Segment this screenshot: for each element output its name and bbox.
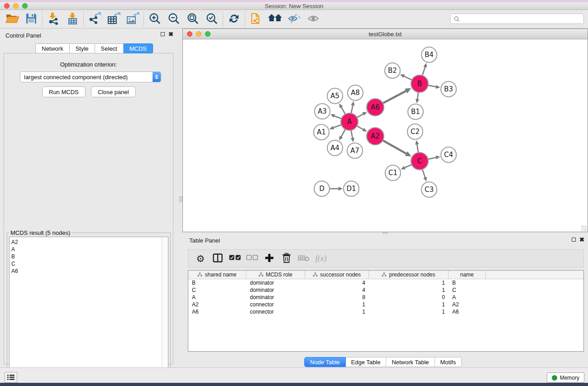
close-panel-icon[interactable]: ✖ <box>168 32 173 36</box>
resize-grip-icon[interactable] <box>581 225 587 231</box>
cell-successor-nodes[interactable]: 4 <box>305 287 369 293</box>
cell-shared-name[interactable]: B <box>188 280 246 286</box>
tab-select[interactable]: Select <box>95 43 124 53</box>
edge-A6-B[interactable] <box>382 91 406 104</box>
deselect-all-button[interactable] <box>244 251 261 266</box>
task-history-button[interactable] <box>5 372 17 383</box>
cell-predecessor-nodes[interactable]: 1 <box>369 287 449 293</box>
cell-name[interactable]: A <box>449 294 486 300</box>
close-table-panel-icon[interactable]: ✖ <box>579 238 584 242</box>
zoom-in-button[interactable] <box>145 11 164 27</box>
column-header-MCDS-role[interactable]: MCDS role <box>246 271 305 279</box>
add-column-button[interactable] <box>261 251 278 266</box>
column-header-name[interactable]: name <box>449 271 486 279</box>
network-window-titlebar[interactable]: testGlobe.txt <box>183 29 588 39</box>
column-header-shared-name[interactable]: shared name <box>188 271 246 279</box>
open-file-button[interactable] <box>3 11 22 27</box>
tab-mcds[interactable]: MCDS <box>124 43 153 53</box>
mcds-result-item[interactable]: C <box>11 260 168 267</box>
save-session-button[interactable] <box>22 11 41 27</box>
search-field[interactable] <box>450 14 584 24</box>
zoom-in-icon <box>148 12 161 26</box>
column-layout-button[interactable] <box>209 251 226 266</box>
cell-successor-nodes[interactable]: 1 <box>305 301 369 308</box>
cell-MCDS-role[interactable]: connector <box>246 301 305 308</box>
column-header-predecessor-nodes[interactable]: predecessor nodes <box>369 271 449 279</box>
clone-network-button[interactable] <box>247 11 266 27</box>
cell-predecessor-nodes[interactable]: 1 <box>369 301 449 308</box>
zoom-fit-button[interactable] <box>183 11 202 27</box>
vertical-split-handle[interactable] <box>179 196 182 202</box>
tab-network-table[interactable]: Network Table <box>386 357 435 367</box>
cell-shared-name[interactable]: A2 <box>188 301 246 308</box>
mcds-result-item[interactable]: B <box>11 253 168 260</box>
mcds-list-scrollbar[interactable] <box>162 237 168 385</box>
memory-button[interactable]: Memory <box>547 372 584 383</box>
edge-arrowhead <box>351 101 354 106</box>
tab-edge-table[interactable]: Edge Table <box>346 357 387 367</box>
cell-name[interactable]: B <box>449 280 486 286</box>
node-table[interactable]: shared nameMCDS rolesuccessor nodesprede… <box>188 270 584 352</box>
network-canvas[interactable]: B4B2BB3A8A5A6A3B1AA1C2A2A4A7C4CC1DD1C3 <box>183 40 588 232</box>
mcds-result-item[interactable]: A <box>11 246 168 253</box>
cell-MCDS-role[interactable]: dominator <box>246 287 305 293</box>
float-panel-icon[interactable] <box>161 32 165 36</box>
select-all-button[interactable] <box>226 251 244 266</box>
home-button[interactable] <box>266 11 285 27</box>
zoom-out-button[interactable] <box>164 11 183 27</box>
cell-shared-name[interactable]: A6 <box>188 309 246 315</box>
mcds-tab-content: Optimization criterion: largest connecte… <box>4 53 173 364</box>
export-table-button[interactable] <box>104 11 123 27</box>
cell-successor-nodes[interactable]: 1 <box>305 309 369 315</box>
search-input[interactable] <box>460 15 583 23</box>
zoom-selected-button[interactable] <box>202 11 221 27</box>
close-panel-button[interactable]: Close panel <box>91 86 136 97</box>
eye-icon <box>306 13 320 25</box>
mcds-result-item[interactable]: A6 <box>11 267 168 275</box>
attribute-tree-icon <box>382 272 387 277</box>
mcds-result-item[interactable]: A2 <box>11 238 168 246</box>
edge-B-B2[interactable] <box>404 76 413 80</box>
cell-shared-name[interactable]: A <box>188 294 246 300</box>
cell-successor-nodes[interactable]: 8 <box>305 294 369 300</box>
cell-successor-nodes[interactable]: 4 <box>305 280 369 286</box>
edge-A2-C[interactable] <box>382 140 406 153</box>
table-row[interactable]: Adominator80A <box>188 294 583 301</box>
mcds-result-legend: MCDS result (5 nodes) <box>9 229 72 236</box>
optimization-criterion-dropdown[interactable]: largest connected component (directed) <box>20 71 161 82</box>
eye-slash-button[interactable] <box>285 11 304 27</box>
delete-column-button[interactable] <box>278 251 295 266</box>
tab-network[interactable]: Network <box>35 43 70 53</box>
edge-C-C3[interactable] <box>422 168 425 177</box>
export-network-button[interactable] <box>85 11 104 27</box>
cell-name[interactable]: C <box>449 287 486 293</box>
cell-name[interactable]: A2 <box>449 301 486 308</box>
cell-predecessor-nodes[interactable]: 0 <box>369 294 449 300</box>
edge-B-B4[interactable] <box>422 67 425 76</box>
table-row[interactable]: Cdominator41C <box>188 286 583 294</box>
cell-MCDS-role[interactable]: dominator <box>246 294 305 300</box>
mcds-result-list[interactable]: A2ABCA6 <box>9 237 168 385</box>
tab-style[interactable]: Style <box>70 43 95 53</box>
run-mcds-button[interactable]: Run MCDS <box>42 86 86 97</box>
cell-MCDS-role[interactable]: dominator <box>246 280 305 286</box>
edge-A-A4[interactable] <box>341 129 346 137</box>
export-image-button[interactable] <box>123 11 142 27</box>
cell-name[interactable]: A6 <box>449 309 486 315</box>
float-table-panel-icon[interactable] <box>572 238 576 242</box>
settings-gear-button[interactable]: ⚙ <box>192 251 209 266</box>
eye-button[interactable] <box>304 11 323 27</box>
import-network-button[interactable] <box>44 11 63 27</box>
refresh-button[interactable] <box>225 11 244 27</box>
cell-predecessor-nodes[interactable]: 1 <box>369 309 449 315</box>
cell-predecessor-nodes[interactable]: 1 <box>369 280 449 286</box>
tab-motifs[interactable]: Motifs <box>435 357 462 367</box>
import-table-button[interactable] <box>63 11 82 27</box>
table-row[interactable]: A6connector11A6 <box>188 308 583 315</box>
tab-node-table[interactable]: Node Table <box>304 357 346 367</box>
table-row[interactable]: Bdominator41B <box>188 279 583 286</box>
cell-shared-name[interactable]: C <box>188 287 246 293</box>
table-row[interactable]: A2connector11A2 <box>188 301 583 308</box>
column-header-successor-nodes[interactable]: successor nodes <box>305 271 369 279</box>
cell-MCDS-role[interactable]: connector <box>246 309 305 315</box>
